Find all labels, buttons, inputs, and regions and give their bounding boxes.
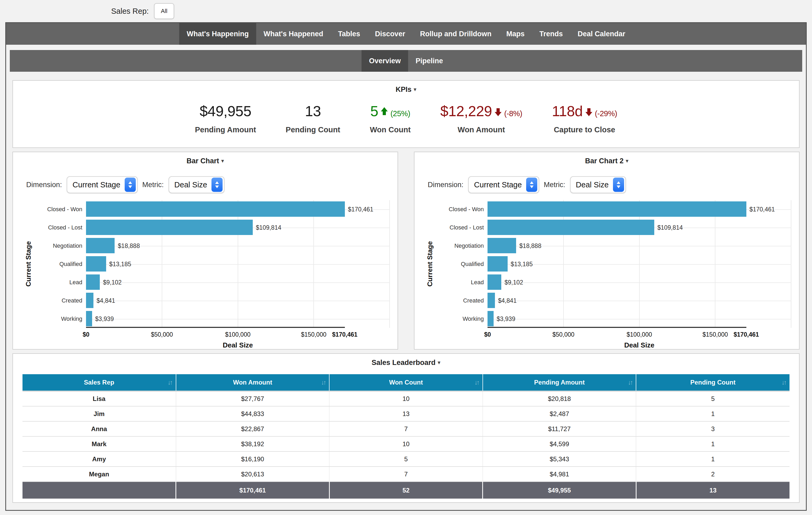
plot-area: $170,461$109,814$18,888$13,185$9,102$4,8…	[86, 200, 389, 328]
bar-working[interactable]	[86, 311, 92, 326]
metric-select[interactable]: Deal Size	[169, 176, 225, 193]
bar-created[interactable]	[86, 293, 93, 308]
table-cell: Mark	[23, 436, 176, 452]
bar-closed-lost[interactable]	[86, 220, 253, 235]
sort-icon[interactable]: ↓↑	[321, 379, 325, 386]
kpi-value: $49,955	[195, 103, 256, 120]
bar-chart-2-title[interactable]: Bar Chart 2▾	[414, 152, 799, 165]
table-row: Mark$38,19210$4,5991	[23, 436, 789, 452]
kpis-section-title[interactable]: KPIs▾	[13, 81, 799, 94]
subnav-tab-overview[interactable]: Overview	[361, 50, 408, 72]
bar-lead[interactable]	[488, 275, 501, 290]
bar-chart-2-title-text: Bar Chart 2	[585, 157, 624, 165]
bar-value-label: $4,841	[498, 297, 517, 304]
kpi-label: Pending Amount	[195, 125, 256, 134]
bar-closed-won[interactable]	[488, 201, 746, 217]
table-cell: 5	[329, 452, 483, 466]
bar-chart-panel: Bar Chart▾ Dimension: Current Stage Metr…	[12, 152, 398, 350]
bar-chart-title[interactable]: Bar Chart▾	[13, 152, 398, 165]
column-header-pending-amount[interactable]: Pending Amount↓↑	[483, 374, 636, 391]
table-cell: 7	[329, 421, 483, 436]
bar-lead[interactable]	[86, 275, 100, 290]
x-axis-line	[488, 327, 746, 328]
table-cell: Anna	[23, 421, 176, 436]
bar-closed-won[interactable]	[86, 201, 345, 217]
bar-row: $4,841	[488, 291, 791, 310]
category-label: Closed - Won	[414, 200, 488, 218]
kpi-value: 118d(-29%)	[552, 103, 617, 120]
metric-select[interactable]: Deal Size	[570, 176, 626, 193]
table-cell: $38,192	[176, 436, 329, 452]
bar-row: $3,939	[86, 310, 389, 328]
caret-down-icon: ▾	[438, 360, 441, 366]
kpi-row: $49,955Pending Amount13Pending Count5(25…	[13, 103, 799, 134]
sort-icon[interactable]: ↓↑	[782, 379, 786, 386]
x-axis-line	[86, 327, 345, 328]
main-nav: What's HappeningWhat's HappenedTablesDis…	[6, 23, 806, 45]
dimension-label: Dimension:	[26, 181, 62, 189]
sales-rep-filter-label: Sales Rep:	[111, 7, 149, 16]
bar-qualified[interactable]	[86, 256, 106, 271]
table-cell: 10	[329, 391, 483, 406]
sales-leaderboard-title[interactable]: Sales Leaderboard▾	[13, 354, 799, 367]
column-header-won-amount[interactable]: Won Amount↓↑	[176, 374, 329, 391]
x-axis-ticks: $0$50,000$100,000$150,000$170,461	[86, 330, 389, 339]
category-label: Qualified	[13, 255, 86, 273]
table-cell: Lisa	[23, 391, 176, 406]
table-cell: $5,343	[483, 452, 636, 466]
bar-value-label: $3,939	[497, 315, 515, 322]
bar-value-label: $170,461	[750, 206, 775, 213]
sort-icon[interactable]: ↓↑	[474, 379, 479, 386]
table-cell: Jim	[23, 406, 176, 421]
nav-tab-rollup-and-drilldown[interactable]: Rollup and Drilldown	[413, 23, 499, 45]
dimension-select[interactable]: Current Stage	[67, 176, 138, 193]
nav-tab-discover[interactable]: Discover	[368, 23, 413, 45]
table-row: Amy$16,1905$5,3431	[23, 452, 789, 466]
bar-row: $9,102	[86, 273, 389, 291]
column-header-won-count[interactable]: Won Count↓↑	[329, 374, 483, 391]
select-stepper-icon	[211, 178, 223, 192]
table-cell: Amy	[23, 452, 176, 466]
bar-qualified[interactable]	[488, 256, 508, 271]
bar-value-label: $3,939	[95, 315, 114, 322]
table-cell: $4,981	[483, 466, 636, 482]
bar-row: $13,185	[488, 255, 791, 273]
column-header-pending-count[interactable]: Pending Count↓↑	[636, 374, 789, 391]
category-label: Working	[414, 310, 488, 328]
metric-select-value: Deal Size	[174, 180, 207, 189]
nav-tab-tables[interactable]: Tables	[330, 23, 368, 45]
total-cell	[23, 482, 176, 498]
nav-tab-maps[interactable]: Maps	[499, 23, 532, 45]
bar-row: $109,814	[488, 218, 791, 237]
bar-row: $3,939	[488, 310, 791, 328]
sales-leaderboard-title-text: Sales Leaderboard	[372, 359, 436, 367]
bar-closed-lost[interactable]	[488, 220, 654, 235]
sales-rep-filter-button[interactable]: All	[154, 3, 174, 19]
bar-negotiation[interactable]	[86, 238, 115, 253]
nav-tab-deal-calendar[interactable]: Deal Calendar	[570, 23, 633, 45]
select-stepper-icon	[613, 178, 624, 192]
select-stepper-icon	[125, 178, 136, 192]
kpi-value: $12,229(-8%)	[440, 103, 522, 120]
x-tick-label: $100,000	[225, 331, 251, 338]
dimension-select-value: Current Stage	[474, 180, 522, 189]
charts-row: Bar Chart▾ Dimension: Current Stage Metr…	[12, 152, 800, 350]
table-cell: $4,599	[483, 436, 636, 452]
total-cell: $170,461	[176, 482, 329, 498]
sort-icon[interactable]: ↓↑	[168, 379, 172, 386]
sort-icon[interactable]: ↓↑	[628, 379, 632, 386]
bar-chart-2-panel: Bar Chart 2▾ Dimension: Current Stage Me…	[414, 152, 800, 350]
nav-tab-what-s-happened[interactable]: What's Happened	[256, 23, 330, 45]
category-label: Closed - Lost	[13, 218, 86, 237]
column-header-sales-rep[interactable]: Sales Rep↓↑	[23, 374, 176, 391]
dimension-select[interactable]: Current Stage	[468, 176, 539, 193]
nav-tab-what-s-happening[interactable]: What's Happening	[179, 23, 256, 45]
bar-created[interactable]	[488, 293, 495, 308]
bar-row: $18,888	[488, 237, 791, 255]
subnav-tab-pipeline[interactable]: Pipeline	[408, 50, 451, 72]
bar-row: $109,814	[86, 218, 389, 237]
bar-working[interactable]	[488, 311, 494, 326]
x-axis-title: Deal Size	[86, 341, 389, 349]
bar-negotiation[interactable]	[488, 238, 516, 253]
nav-tab-trends[interactable]: Trends	[532, 23, 570, 45]
